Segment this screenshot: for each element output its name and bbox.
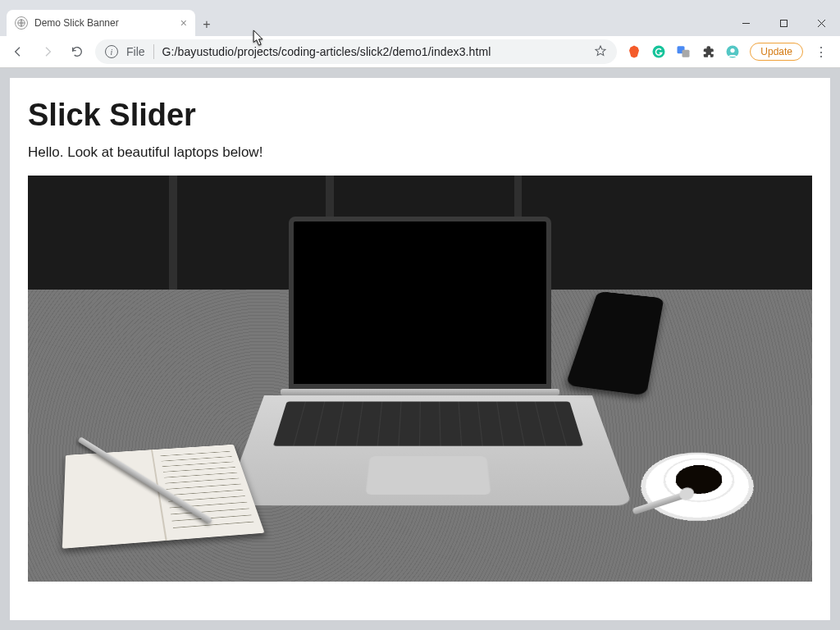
- window-controls: [727, 10, 840, 36]
- extension-brave-icon[interactable]: [627, 44, 641, 59]
- site-info-icon[interactable]: i: [105, 45, 118, 58]
- browser-chrome: Demo Slick Banner × + i File: [0, 0, 840, 68]
- svg-point-2: [653, 46, 665, 58]
- address-bar[interactable]: i File G:/bayustudio/projects/coding-art…: [95, 39, 617, 64]
- extensions-puzzle-icon[interactable]: [701, 44, 715, 59]
- slider-prev-button[interactable]: [13, 363, 31, 395]
- browser-menu-button[interactable]: ⋮: [810, 44, 833, 60]
- tab-strip: Demo Slick Banner × +: [0, 8, 840, 36]
- svg-point-6: [731, 48, 735, 52]
- titlebar: [0, 0, 840, 8]
- slide-laptop-illustration: [264, 217, 576, 539]
- slick-slider: [28, 176, 812, 582]
- globe-icon: [15, 16, 28, 30]
- page-content: Slick Slider Hello. Look at beautiful la…: [10, 78, 830, 620]
- tab-close-icon[interactable]: ×: [180, 17, 187, 29]
- cursor-icon: [253, 30, 265, 48]
- separator: [153, 44, 154, 59]
- page-intro: Hello. Look at beautiful laptops below!: [28, 144, 812, 161]
- extension-icons: [623, 44, 743, 59]
- extension-profile-icon[interactable]: [725, 44, 740, 59]
- nav-back-button[interactable]: [7, 40, 30, 63]
- bookmark-star-icon[interactable]: [594, 44, 607, 60]
- window-close-button[interactable]: [802, 10, 840, 36]
- browser-update-button[interactable]: Update: [750, 43, 803, 61]
- slider-next-button[interactable]: [809, 363, 827, 395]
- url-path: G:/bayustudio/projects/coding-articles/s…: [162, 45, 587, 58]
- slide-notebook-illustration: [62, 445, 265, 549]
- nav-reload-button[interactable]: [66, 40, 89, 63]
- browser-toolbar: i File G:/bayustudio/projects/coding-art…: [0, 36, 840, 68]
- tab-title: Demo Slick Banner: [34, 17, 174, 29]
- page-title: Slick Slider: [28, 98, 812, 133]
- new-tab-button[interactable]: +: [195, 13, 218, 36]
- extension-grammarly-icon[interactable]: [651, 44, 666, 59]
- nav-forward-button: [36, 40, 59, 63]
- extension-translate-icon[interactable]: [676, 44, 691, 59]
- svg-rect-1: [780, 20, 787, 26]
- slider-slide[interactable]: [28, 176, 812, 582]
- window-maximize-button[interactable]: [765, 10, 802, 36]
- svg-rect-4: [682, 50, 690, 57]
- url-scheme: File: [126, 45, 145, 58]
- slide-phone-illustration: [565, 291, 664, 395]
- viewport: Slick Slider Hello. Look at beautiful la…: [0, 68, 840, 630]
- browser-tab[interactable]: Demo Slick Banner ×: [7, 10, 195, 36]
- window-minimize-button[interactable]: [727, 10, 765, 36]
